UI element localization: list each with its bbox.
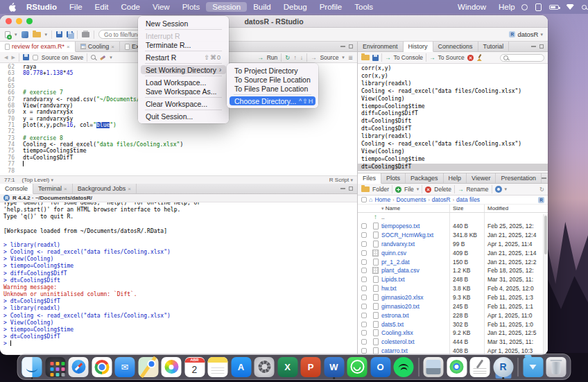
tab-terminal[interactable]: Terminal× [33, 184, 73, 193]
menubar-item-tools[interactable]: Tools [348, 2, 379, 12]
clear-history-icon[interactable] [476, 54, 483, 61]
save-source-icon[interactable] [23, 54, 29, 60]
history-entry[interactable]: tiempo=Cooling$time [358, 156, 548, 164]
menu-item-restart-r[interactable]: Restart R⇧⌘0 [141, 53, 226, 62]
menu-item-load-workspace[interactable]: Load Workspace... [141, 78, 226, 87]
history-list[interactable]: corr(x,y)cor(x,y)library(readxl)Cooling … [358, 64, 548, 173]
document-outline-icon[interactable]: ≣ [348, 54, 353, 61]
history-entry[interactable]: dt=Cooling$DifT [358, 125, 548, 133]
file-row[interactable]: randvarxy.txt99 BApr 1, 2025, 11:4 [358, 240, 548, 249]
tab-review-for-exam-r[interactable]: review for exam.R*× [0, 42, 76, 52]
close-tab-icon[interactable]: × [64, 186, 67, 192]
file-checkbox[interactable] [361, 232, 367, 238]
file-checkbox[interactable] [361, 268, 367, 273]
file-name-link[interactable]: gimnasio20.txt [381, 303, 449, 310]
tab-packages[interactable]: Packages [406, 173, 444, 183]
file-type-selector[interactable]: R Script ▾ [329, 177, 353, 183]
tab-help[interactable]: Help [444, 173, 467, 183]
run-button[interactable]: Run [267, 54, 278, 61]
file-checkbox[interactable] [361, 330, 367, 336]
scope-indicator[interactable]: (Top Level) ▾ [22, 177, 53, 183]
dock-screenshot-icon[interactable] [424, 357, 444, 377]
file-name-link[interactable]: colesterol.txt [381, 338, 449, 345]
file-name-link[interactable]: quinn.csv [381, 250, 449, 257]
file-checkbox[interactable] [361, 304, 367, 309]
menubar-item-session[interactable]: Session [206, 2, 247, 12]
user-status-icon[interactable] [535, 3, 542, 11]
file-checkbox[interactable] [361, 348, 367, 354]
file-row[interactable]: dats5.txt302 BFeb 11, 2025, 1:0 [358, 320, 548, 329]
menubar-item-plots[interactable]: Plots [176, 2, 207, 12]
file-row[interactable]: pr_1_2.dat150 BJan 21, 2025, 12:2 [358, 257, 548, 266]
file-name-link[interactable]: Cooling.xlsx [381, 329, 449, 336]
file-name-link[interactable]: tiempopeso.txt [381, 223, 449, 229]
history-entry[interactable]: View(Cooling) [358, 148, 548, 156]
menu-item-clear-workspace[interactable]: Clear Workspace... [141, 99, 226, 108]
dock-safari-icon[interactable] [69, 357, 89, 377]
source-button[interactable]: Source [320, 54, 338, 61]
new-file-caret-icon[interactable]: ▾ [15, 32, 17, 37]
dock-chrome-icon[interactable] [92, 357, 112, 377]
dock-launchpad-icon[interactable] [45, 357, 65, 377]
new-file-icon[interactable]: + [5, 31, 10, 38]
file-checkbox[interactable] [361, 313, 367, 318]
dock-downloads-icon[interactable] [523, 357, 543, 377]
rerun-icon[interactable]: ↻ [285, 54, 290, 61]
tab-files[interactable]: Files [358, 173, 381, 184]
minimize-pane-icon[interactable] [542, 177, 546, 179]
maximize-pane-icon[interactable] [539, 44, 544, 49]
new-project-icon[interactable] [21, 31, 28, 38]
dock-mail-icon[interactable]: ✉ [115, 357, 135, 377]
minimize-pane-icon[interactable] [340, 188, 345, 189]
dock-outlook-icon[interactable]: O [370, 357, 390, 377]
tab-background-jobs[interactable]: Background Jobs× [73, 184, 137, 193]
save-history-icon[interactable] [372, 55, 379, 61]
dock-whatsapp-icon[interactable] [347, 357, 368, 377]
source-caret-icon[interactable]: ▾ [342, 55, 345, 60]
to-console-button[interactable]: To Console [394, 54, 424, 61]
breadcrumb-home[interactable]: Home [374, 196, 390, 203]
new-folder-icon[interactable] [361, 186, 370, 192]
select-all-checkbox[interactable] [361, 197, 367, 202]
tab-console[interactable]: Console [0, 184, 33, 194]
tab-viewer[interactable]: Viewer [467, 173, 496, 183]
history-search-input[interactable] [500, 54, 544, 62]
close-window-button[interactable] [6, 18, 12, 24]
dock-word-icon[interactable]: W [324, 357, 344, 377]
history-entry[interactable]: dt=Cooling$DifT [358, 164, 548, 171]
more-caret-icon[interactable]: ▾ [505, 186, 508, 192]
apple-logo-icon[interactable] [8, 2, 16, 12]
file-checkbox[interactable] [361, 339, 367, 345]
history-entry[interactable]: corr(x,y) [358, 65, 548, 73]
close-tab-icon[interactable]: × [67, 44, 70, 50]
spotlight-search-icon[interactable] [582, 5, 587, 10]
save-icon[interactable] [56, 31, 62, 37]
file-name-link[interactable]: hw.txt [381, 285, 449, 292]
minimize-pane-icon[interactable] [340, 46, 345, 47]
file-name-link[interactable]: dats5.txt [381, 321, 449, 328]
tab-plots[interactable]: Plots [381, 173, 406, 183]
project-selector[interactable]: R datosR ▾ [509, 31, 543, 38]
minimize-window-button[interactable] [16, 18, 22, 24]
menu-item-new-session[interactable]: New Session [141, 19, 226, 28]
maximize-pane-icon[interactable] [349, 44, 353, 49]
tab-environment[interactable]: Environment [358, 42, 404, 51]
file-name-link[interactable]: SOCR_HcmWkg.txt [381, 232, 449, 238]
history-entry[interactable]: Cooling <- read_excel("data files/Coolin… [358, 141, 548, 148]
dock-notes-icon[interactable] [208, 357, 228, 377]
r-version-path[interactable]: R 4.4.2 · ~/Documents/datosR/ [12, 195, 92, 201]
breadcrumb-documents[interactable]: Documents [396, 196, 426, 203]
dock-settings-icon[interactable] [254, 357, 275, 377]
file-row[interactable]: Cooling.xlsx9.2 KBJan 21, 2025, 12:5 [358, 329, 548, 338]
file-row[interactable]: colesterol.txt444 BMar 31, 2025, 11: [358, 338, 548, 347]
file-row[interactable]: SOCR_HcmWkg.txt341.8 KBJan 21, 2025, 12:… [358, 231, 548, 240]
remove-history-icon[interactable] [467, 55, 474, 61]
menu-item-set-working-directory[interactable]: Set Working Directory› [141, 65, 226, 74]
file-row[interactable]: tiempopeso.txt440 BFeb 25, 2025, 12: [358, 222, 548, 231]
menubar-item-rstudio[interactable]: RStudio [20, 2, 63, 12]
print-icon[interactable] [82, 32, 89, 37]
menubar-item-debug[interactable]: Debug [277, 2, 313, 12]
name-column-header[interactable]: ▾ Name [381, 205, 449, 211]
refresh-files-icon[interactable]: ↻ [539, 186, 544, 193]
menubar-item-build[interactable]: Build [247, 2, 277, 12]
